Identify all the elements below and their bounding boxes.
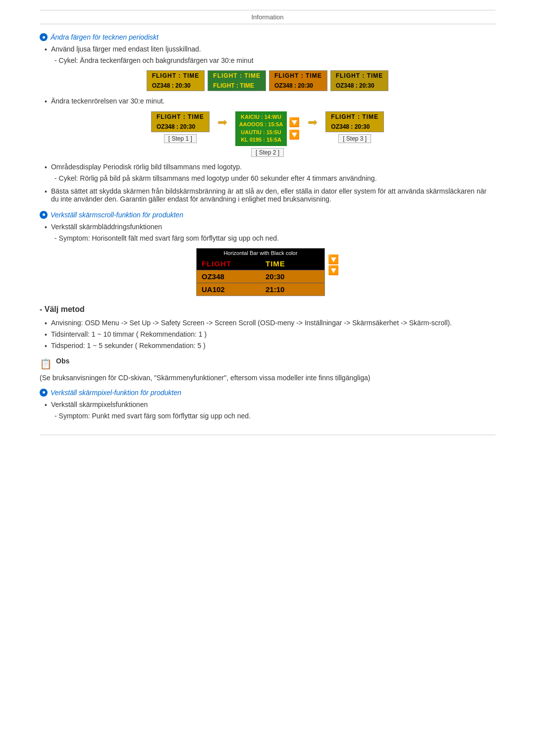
bullet-dot-3: • bbox=[45, 163, 47, 171]
scroll-arrow-1: 🔽 bbox=[328, 255, 339, 264]
bullet-dot-2: • bbox=[45, 98, 47, 105]
bullet-item-4: • Bästa sättet att skydda skärmen från b… bbox=[45, 187, 495, 203]
step1-label: [ Step 1 ] bbox=[164, 134, 197, 143]
bullet-dot-6: • bbox=[45, 319, 47, 327]
flight-box-2: FLIGHT : TIME FLIGHT : TIME bbox=[208, 70, 266, 91]
bullet-item-5: • Verkställ skärmbläddringsfunktionen bbox=[45, 223, 495, 231]
step1-box: FLIGHT : TIME OZ348 : 20:30 [ Step 1 ] bbox=[151, 111, 210, 143]
bullet-dot-7: • bbox=[45, 331, 47, 339]
obs-box: 📋 Obs bbox=[40, 357, 495, 370]
section1-heading: Ändra färgen för tecknen periodiskt bbox=[40, 33, 495, 41]
scroll-cell-3-2: 21:10 bbox=[261, 283, 324, 296]
section1-icon bbox=[40, 33, 48, 41]
flight-box-4-bottom: OZ348 : 20:30 bbox=[331, 81, 388, 91]
scroll-demo: Horizontal Bar with Black color FLIGHT T… bbox=[40, 248, 495, 296]
page-header: Information bbox=[40, 13, 495, 24]
flight-box-3-top: FLIGHT : TIME bbox=[269, 71, 327, 81]
step3-box: FLIGHT : TIME OZ348 : 20:30 [ Step 3 ] bbox=[325, 111, 384, 143]
step3-label: [ Step 3 ] bbox=[338, 134, 371, 143]
bullet-dot-4: • bbox=[45, 188, 47, 203]
bullet-item-8: • Tidsperiod: 1 ~ 5 sekunder ( Rekommend… bbox=[45, 342, 495, 350]
bullet-item-1: • Använd ljusa färger med endast liten l… bbox=[45, 45, 495, 53]
scroll-demo-box: Horizontal Bar with Black color FLIGHT T… bbox=[196, 248, 325, 296]
step2-scrambled: KAICIU : 14:WU AAOOOS : 15:5A UAUTIU : 1… bbox=[235, 111, 287, 146]
bullet-dot-9: • bbox=[45, 401, 47, 409]
flight-box-4-top: FLIGHT : TIME bbox=[331, 71, 388, 81]
scroll-arrows: 🔽 🔽 bbox=[328, 248, 339, 275]
sub-text-2: - Symptom: Horisontellt fält med svart f… bbox=[54, 234, 495, 242]
flight-box-1-bottom: OZ348 : 20:30 bbox=[147, 81, 205, 91]
bullet-item-9: • Verkställ skärmpixelsfunktionen bbox=[45, 401, 495, 409]
step2-arrow-down-1: 🔽 bbox=[289, 117, 300, 128]
flight-boxes-color: FLIGHT : TIME OZ348 : 20:30 FLIGHT : TIM… bbox=[40, 70, 495, 91]
scroll-row-3: UA102 21:10 bbox=[197, 283, 324, 296]
bullet-dot-1: • bbox=[45, 46, 47, 53]
step1-bottom: OZ348 : 20:30 bbox=[152, 122, 209, 132]
flight-box-3-bottom: OZ348 : 20:30 bbox=[269, 81, 327, 91]
scroll-row-2: OZ348 20:30 bbox=[197, 270, 324, 283]
bullet-item-3: • Områdesdisplay Periodisk rörlig bild t… bbox=[45, 163, 495, 171]
arrow2: ➡ bbox=[308, 115, 318, 129]
flight-box-1: FLIGHT : TIME OZ348 : 20:30 bbox=[147, 70, 205, 91]
scroll-cell-2-1: OZ348 bbox=[197, 270, 261, 283]
flight-box-3: FLIGHT : TIME OZ348 : 20:30 bbox=[269, 70, 327, 91]
step2-box: KAICIU : 14:WU AAOOOS : 15:5A UAUTIU : 1… bbox=[235, 111, 300, 157]
scroll-cell-1-1: FLIGHT bbox=[197, 257, 261, 270]
section2-heading: Verkställ skärmscroll-funktion för produ… bbox=[40, 211, 495, 219]
section3-title: - Välj metod bbox=[40, 305, 495, 314]
step2-label: [ Step 2 ] bbox=[251, 148, 284, 157]
step1-flight-box: FLIGHT : TIME OZ348 : 20:30 bbox=[151, 111, 210, 132]
scroll-cell-1-2: TIME bbox=[261, 257, 324, 270]
step3-top: FLIGHT : TIME bbox=[326, 112, 383, 122]
flight-box-2-bottom: FLIGHT : TIME bbox=[208, 81, 266, 91]
arrow1: ➡ bbox=[217, 115, 227, 129]
obs-label: Obs bbox=[56, 357, 69, 365]
scroll-row-1: FLIGHT TIME bbox=[197, 257, 324, 270]
bullet-dot-8: • bbox=[45, 342, 47, 350]
scroll-arrow-2: 🔽 bbox=[328, 266, 339, 275]
section2-icon bbox=[40, 211, 48, 219]
section4-icon bbox=[40, 389, 48, 397]
scroll-cell-2-2: 20:30 bbox=[261, 270, 324, 283]
section4-heading: Verkställ skärmpixel-funktion för produk… bbox=[40, 389, 495, 397]
step2-arrow-down-2: 🔽 bbox=[289, 129, 300, 140]
flight-box-1-top: FLIGHT : TIME bbox=[147, 71, 205, 81]
obs-text: (Se bruksanvisningen för CD-skivan, "Skä… bbox=[40, 374, 495, 382]
step-diagram: FLIGHT : TIME OZ348 : 20:30 [ Step 1 ] ➡… bbox=[40, 111, 495, 157]
bullet-item-7: • Tidsintervall: 1 ~ 10 timmar ( Rekomme… bbox=[45, 330, 495, 339]
step3-bottom: OZ348 : 20:30 bbox=[326, 122, 383, 132]
sub-text-4: - Symptom: Punkt med svart färg som förf… bbox=[54, 412, 495, 420]
step1-top: FLIGHT : TIME bbox=[152, 112, 209, 122]
bullet-dot-5: • bbox=[45, 223, 47, 231]
sub-text-3: - Cykel: Rörlig på bild på skärm tillsam… bbox=[54, 174, 495, 182]
scroll-demo-header: Horizontal Bar with Black color bbox=[197, 249, 324, 257]
obs-icon: 📋 bbox=[40, 358, 52, 370]
flight-box-4: FLIGHT : TIME OZ348 : 20:30 bbox=[330, 70, 389, 91]
bullet-item-2: • Ändra teckenrörelsen var 30:e minut. bbox=[45, 97, 495, 105]
bullet-item-6: • Anvisning: OSD Menu -> Set Up -> Safet… bbox=[45, 319, 495, 327]
scroll-cell-3-1: UA102 bbox=[197, 283, 261, 296]
sub-text-1: - Cykel: Ändra teckenfärgen och bakgrund… bbox=[54, 56, 495, 64]
flight-box-2-top: FLIGHT : TIME bbox=[208, 71, 266, 81]
step3-flight-box: FLIGHT : TIME OZ348 : 20:30 bbox=[325, 111, 384, 132]
